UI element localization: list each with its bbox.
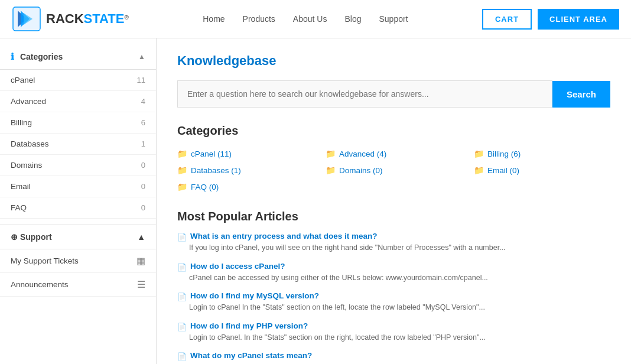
cart-button[interactable]: CART — [482, 9, 532, 30]
article-4-title: What do my cPanel stats mean? — [190, 351, 312, 360]
article-0: 📄 What is an entry process and what does… — [177, 232, 610, 254]
sidebar-item-advanced[interactable]: Advanced 4 — [0, 91, 156, 112]
category-databases[interactable]: 📁 Databases (1) — [177, 164, 314, 177]
folder-icon: 📁 — [177, 182, 187, 191]
sidebar-item-faq-label: FAQ — [11, 203, 27, 212]
article-1-link[interactable]: 📄 How do I access cPanel? — [177, 262, 610, 272]
sidebar-item-cpanel-count: 11 — [137, 76, 145, 84]
article-0-desc: If you log into cPanel, you will see on … — [177, 243, 610, 254]
sidebar-item-databases-count: 1 — [141, 139, 145, 148]
folder-icon: 📁 — [326, 149, 336, 158]
logo-state: STATE — [84, 11, 125, 26]
article-0-link[interactable]: 📄 What is an entry process and what does… — [177, 232, 610, 242]
article-0-title: What is an entry process and what does i… — [190, 232, 378, 240]
article-3-link[interactable]: 📄 How do I find my PHP version? — [177, 321, 610, 332]
nav-support[interactable]: Support — [379, 14, 408, 24]
sidebar-support-section: ⊕ Support ▲ My Support Tickets ▦ Announc… — [0, 225, 156, 297]
logo-reg: ® — [124, 14, 128, 21]
support-chevron-up-icon: ▲ — [137, 232, 145, 242]
logo-rack: RACK — [46, 11, 84, 26]
categories-grid: 📁 cPanel (11) 📁 Advanced (4) 📁 Billing (… — [177, 147, 610, 193]
category-email-label: Email (0) — [487, 166, 519, 175]
support-tickets-label: My Support Tickets — [11, 256, 79, 265]
page-title: Knowledgebase — [177, 53, 610, 69]
sidebar-item-databases[interactable]: Databases 1 — [0, 134, 156, 155]
folder-icon: 📁 — [177, 149, 187, 158]
support-label: Support — [20, 232, 52, 242]
article-3-desc: Login to cPanel. In the "Stats" section … — [177, 333, 610, 343]
sidebar-item-announcements[interactable]: Announcements ☰ — [0, 273, 156, 297]
list-icon: ☰ — [137, 279, 145, 290]
category-faq-label: FAQ (0) — [191, 183, 219, 191]
main-content: Knowledgebase Search Categories 📁 cPanel… — [157, 38, 631, 364]
category-cpanel[interactable]: 📁 cPanel (11) — [177, 147, 314, 160]
sidebar-categories-section: ℹ Categories ▲ cPanel 11 Advanced 4 Bill… — [0, 44, 156, 219]
category-databases-label: Databases (1) — [191, 166, 241, 175]
category-email[interactable]: 📁 Email (0) — [474, 164, 610, 177]
nav-home[interactable]: Home — [203, 14, 225, 24]
category-domains[interactable]: 📁 Domains (0) — [326, 164, 462, 177]
sidebar-item-cpanel-label: cPanel — [11, 76, 35, 84]
folder-icon: 📁 — [177, 165, 187, 175]
article-1-desc: cPanel can be accessed by using either o… — [177, 273, 610, 284]
grid-icon: ▦ — [136, 255, 145, 266]
info-icon: ℹ — [11, 51, 14, 61]
nav-about[interactable]: About Us — [293, 14, 327, 24]
sidebar-item-billing[interactable]: Billing 6 — [0, 112, 156, 134]
categories-heading: Categories — [177, 124, 610, 138]
article-1-title: How do I access cPanel? — [190, 262, 285, 271]
sidebar-item-domains-label: Domains — [11, 161, 42, 170]
sidebar-item-support-tickets[interactable]: My Support Tickets ▦ — [0, 249, 156, 273]
category-billing-label: Billing (6) — [487, 150, 521, 158]
sidebar-item-email-count: 0 — [141, 182, 145, 191]
category-domains-label: Domains (0) — [339, 166, 383, 175]
search-button[interactable]: Search — [552, 81, 610, 108]
sidebar: ℹ Categories ▲ cPanel 11 Advanced 4 Bill… — [0, 38, 157, 364]
sidebar-item-faq-count: 0 — [141, 203, 145, 212]
category-cpanel-label: cPanel (11) — [191, 150, 232, 158]
document-icon: 📄 — [177, 263, 187, 272]
folder-icon: 📁 — [474, 165, 484, 175]
sidebar-item-email[interactable]: Email 0 — [0, 176, 156, 197]
article-4-link[interactable]: 📄 What do my cPanel stats mean? — [177, 351, 610, 361]
sidebar-item-cpanel[interactable]: cPanel 11 — [0, 70, 156, 91]
client-area-button[interactable]: CLIENT AREA — [538, 9, 619, 30]
article-2-desc: Login to cPanel In the "Stats" section o… — [177, 303, 610, 313]
sidebar-support-header: ⊕ Support ▲ — [0, 225, 156, 249]
announcements-label: Announcements — [11, 280, 69, 289]
document-icon: 📄 — [177, 352, 187, 361]
main-nav: Home Products About Us Blog Support — [203, 14, 408, 24]
popular-articles-heading: Most Popular Articles — [177, 210, 610, 223]
sidebar-item-advanced-count: 4 — [141, 97, 145, 106]
article-2: 📄 How do I find my MySQL version? Login … — [177, 291, 610, 313]
sidebar-item-faq[interactable]: FAQ 0 — [0, 197, 156, 219]
chevron-up-icon: ▲ — [138, 53, 145, 61]
page-layout: ℹ Categories ▲ cPanel 11 Advanced 4 Bill… — [0, 38, 631, 364]
category-billing[interactable]: 📁 Billing (6) — [474, 147, 610, 160]
sidebar-item-billing-count: 6 — [141, 118, 145, 127]
header: RACKSTATE® Home Products About Us Blog S… — [0, 0, 631, 38]
article-2-title: How do I find my MySQL version? — [190, 291, 319, 300]
document-icon: 📄 — [177, 323, 187, 332]
sidebar-categories-header: ℹ Categories ▲ — [0, 44, 156, 70]
document-icon: 📄 — [177, 233, 187, 242]
article-3: 📄 How do I find my PHP version? Login to… — [177, 321, 610, 343]
logo[interactable]: RACKSTATE® — [12, 6, 129, 32]
nav-blog[interactable]: Blog — [344, 14, 361, 24]
nav-products[interactable]: Products — [243, 14, 275, 24]
sidebar-item-databases-label: Databases — [11, 139, 49, 148]
folder-icon: 📁 — [326, 165, 336, 175]
category-advanced[interactable]: 📁 Advanced (4) — [326, 147, 462, 160]
search-bar: Search — [177, 80, 610, 108]
categories-label: Categories — [20, 52, 63, 61]
article-4: 📄 What do my cPanel stats mean? Within c… — [177, 351, 610, 364]
category-faq[interactable]: 📁 FAQ (0) — [177, 180, 314, 193]
document-icon: 📄 — [177, 292, 187, 301]
article-2-link[interactable]: 📄 How do I find my MySQL version? — [177, 291, 610, 301]
sidebar-item-domains[interactable]: Domains 0 — [0, 155, 156, 176]
sidebar-item-email-label: Email — [11, 182, 31, 191]
sidebar-item-domains-count: 0 — [141, 161, 145, 170]
globe-icon: ⊕ — [11, 232, 18, 242]
search-input[interactable] — [177, 80, 552, 108]
article-3-title: How do I find my PHP version? — [190, 321, 308, 330]
